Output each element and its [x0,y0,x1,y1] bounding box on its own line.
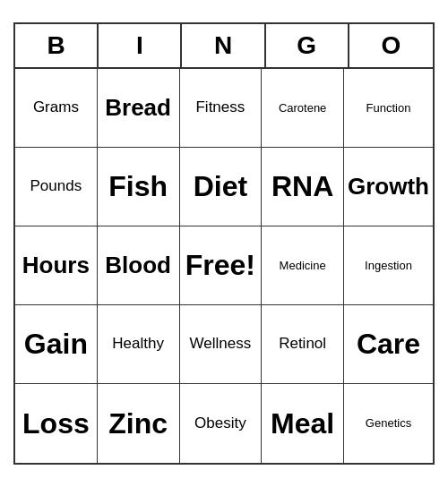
bingo-cell: Function [344,69,433,148]
header-letter: B [15,24,99,67]
header-letter: I [99,24,182,67]
bingo-cell: Carotene [262,69,344,148]
bingo-cell: Healthy [98,305,180,384]
bingo-cell: Gain [15,305,98,384]
cell-text: RNA [271,169,333,203]
cell-text: Grams [33,98,79,116]
cell-text: Zinc [108,406,168,440]
bingo-cell: Genetics [344,384,433,463]
bingo-cell: Free! [180,226,263,305]
cell-text: Retinol [279,335,326,353]
bingo-cell: Wellness [180,305,263,384]
bingo-cell: Diet [180,148,263,226]
cell-text: Healthy [112,335,164,353]
header-letter: N [182,24,265,67]
cell-text: Hours [22,252,90,279]
cell-text: Carotene [279,101,326,115]
bingo-cell: Loss [15,384,98,463]
cell-text: Care [357,327,420,361]
cell-text: Pounds [30,177,82,195]
bingo-card: BINGO GramsBreadFitnessCaroteneFunctionP… [13,22,435,465]
bingo-cell: Medicine [262,226,344,305]
cell-text: Function [366,101,411,115]
cell-text: Loss [22,406,90,440]
cell-text: Meal [271,406,334,440]
bingo-cell: RNA [262,148,344,226]
bingo-cell: Care [344,305,433,384]
cell-text: Gain [24,327,88,361]
bingo-cell: Pounds [15,148,98,226]
bingo-cell: Zinc [98,384,180,463]
cell-text: Free! [185,248,255,282]
cell-text: Growth [348,173,429,201]
bingo-cell: Blood [98,226,180,305]
bingo-cell: Fish [98,148,180,226]
cell-text: Obesity [194,414,246,432]
bingo-cell: Fitness [180,69,263,148]
bingo-cell: Hours [15,226,98,305]
bingo-cell: Retinol [262,305,344,384]
header-letter: G [266,24,349,67]
cell-text: Wellness [190,335,252,353]
bingo-cell: Obesity [180,384,263,463]
bingo-header: BINGO [15,24,433,69]
header-letter: O [349,24,433,67]
bingo-cell: Ingestion [344,226,433,305]
cell-text: Blood [105,252,171,279]
cell-text: Medicine [280,259,326,273]
cell-text: Genetics [366,416,411,431]
cell-text: Fish [108,169,168,203]
bingo-cell: Growth [344,148,433,226]
bingo-grid: GramsBreadFitnessCaroteneFunctionPoundsF… [15,69,433,463]
cell-text: Bread [105,94,171,122]
cell-text: Diet [194,169,247,203]
cell-text: Ingestion [365,259,412,273]
bingo-cell: Grams [15,69,98,148]
bingo-cell: Meal [262,384,344,463]
bingo-cell: Bread [98,69,180,148]
cell-text: Fitness [195,98,245,116]
